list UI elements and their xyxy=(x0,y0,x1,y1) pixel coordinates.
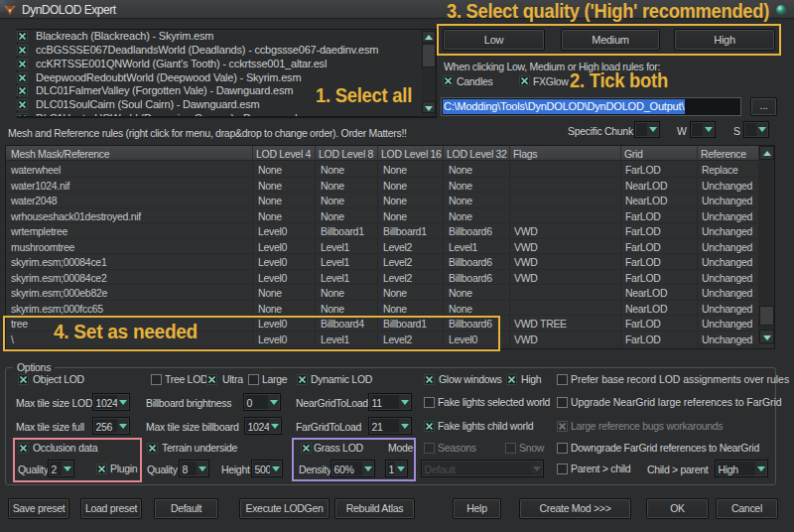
svg-text:1. Select all: 1. Select all xyxy=(316,86,412,106)
svg-text:4. Set as needed: 4. Set as needed xyxy=(54,323,198,342)
svg-text:3. Select quality ('High' reco: 3. Select quality ('High' recommended) xyxy=(447,2,769,22)
svg-text:2. Tick both: 2. Tick both xyxy=(570,71,668,91)
